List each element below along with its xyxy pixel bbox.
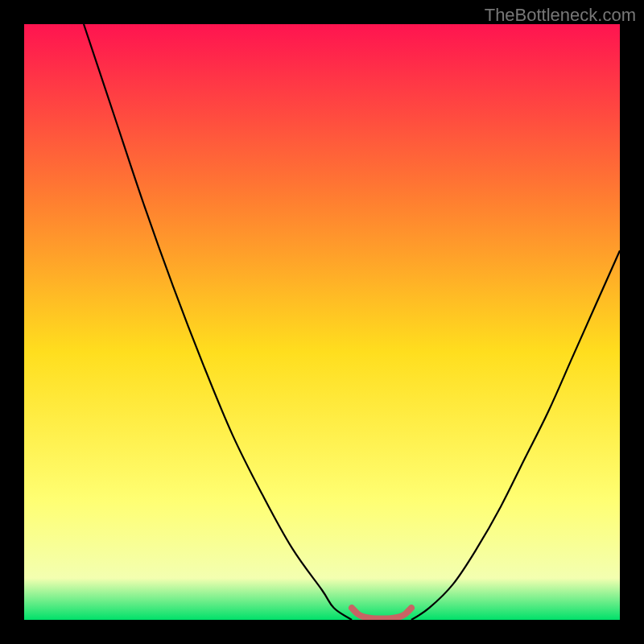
chart-plot-area [24,24,620,620]
watermark-text: TheBottleneck.com [485,5,636,26]
chart-svg [24,24,620,620]
